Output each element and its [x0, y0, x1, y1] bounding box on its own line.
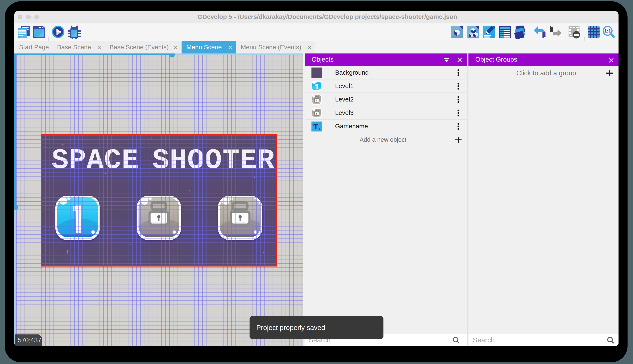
- svg-text:T: T: [313, 123, 318, 131]
- svg-text:x: x: [318, 126, 321, 131]
- svg-text:1:1: 1:1: [604, 28, 611, 34]
